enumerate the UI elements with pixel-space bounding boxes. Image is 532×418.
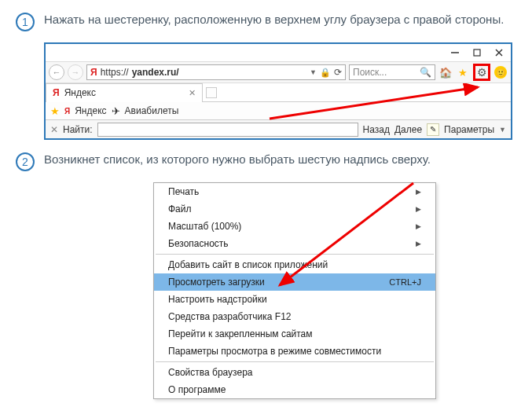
forward-button[interactable]: → [68,64,83,80]
smiley-icon[interactable]: 🙂 [493,65,508,79]
yandex-favicon-icon: Я [53,87,60,98]
refresh-icon[interactable]: ⟳ [334,67,342,78]
address-bar: ← → Я https://yandex.ru/ ▼ 🔒 ⟳ Поиск... … [46,61,511,83]
menu-about[interactable]: О программе [154,381,435,398]
search-icon[interactable]: 🔍 [420,67,431,78]
minimize-icon[interactable] [451,49,459,57]
yandex-bookmark-icon: Я [64,107,70,116]
find-params-button[interactable]: Параметры [444,124,494,135]
step-number-1: 1 [16,13,35,31]
menu-downloads[interactable]: Просмотреть загрузкиCTRL+J [154,273,435,291]
tab-title: Яндекс [64,87,96,98]
menu-pinned[interactable]: Перейти к закрепленным сайтам [154,325,435,343]
find-close-icon[interactable]: ✕ [50,124,58,135]
url-scheme: https:// [101,67,129,78]
window-titlebar [46,44,511,61]
menu-compat[interactable]: Параметры просмотра в режиме совместимос… [154,343,435,360]
chevron-right-icon: ▶ [416,240,421,248]
find-next-button[interactable]: Далее [394,124,422,135]
svg-rect-1 [474,50,480,56]
bookmarks-bar: ★ Я Яндекс ✈ Авиабилеты [46,102,511,119]
chevron-down-icon[interactable]: ▼ [310,68,317,76]
tab-bar: Я Яндекс ✕ [46,83,511,102]
url-host: yandex.ru/ [132,67,179,78]
find-back-button[interactable]: Назад [363,124,390,135]
settings-gear-highlight: ⚙ [473,64,490,81]
step-2: 2 Возникнет список, из которого нужно вы… [16,151,516,171]
favorites-icon[interactable]: ★ [456,65,470,79]
chevron-right-icon: ▶ [416,205,421,213]
bookmark-avia[interactable]: Авиабилеты [125,105,179,116]
tab-yandex[interactable]: Я Яндекс ✕ [46,83,203,102]
close-icon[interactable] [495,49,503,57]
search-placeholder: Поиск... [353,67,387,78]
find-input[interactable] [97,123,358,137]
browser-window: ← → Я https://yandex.ru/ ▼ 🔒 ⟳ Поиск... … [44,42,512,140]
chevron-right-icon: ▶ [416,188,421,196]
menu-zoom[interactable]: Масштаб (100%)▶ [154,218,435,235]
menu-downloads-shortcut: CTRL+J [389,277,421,287]
search-field[interactable]: Поиск... 🔍 [349,64,435,80]
chevron-right-icon: ▶ [416,222,421,230]
settings-menu: Печать▶ Файл▶ Масштаб (100%)▶ Безопаснос… [153,182,436,399]
step-2-text: Возникнет список, из которого нужно выбр… [44,151,431,171]
pencil-icon[interactable]: ✎ [427,123,439,136]
menu-print[interactable]: Печать▶ [154,183,435,200]
find-label: Найти: [63,124,93,135]
back-button[interactable]: ← [49,64,64,80]
tab-close-icon[interactable]: ✕ [189,88,196,98]
gear-icon[interactable]: ⚙ [477,66,487,79]
menu-add-site[interactable]: Добавить сайт в список приложений [154,256,435,273]
menu-file[interactable]: Файл▶ [154,200,435,218]
url-field[interactable]: Я https://yandex.ru/ ▼ 🔒 ⟳ [86,64,346,80]
home-icon[interactable]: 🏠 [438,65,453,79]
chevron-down-icon[interactable]: ▼ [499,126,506,134]
step-number-2: 2 [16,152,35,171]
star-icon[interactable]: ★ [50,105,60,117]
maximize-icon[interactable] [473,49,481,57]
yandex-icon: Я [90,67,97,78]
menu-safety[interactable]: Безопасность▶ [154,235,435,252]
step-1: 1 Нажать на шестеренку, расположенную в … [16,11,516,31]
new-tab-button[interactable] [206,87,217,98]
menu-f12[interactable]: Средства разработчика F12 [154,308,435,325]
find-bar: ✕ Найти: Назад Далее ✎ Параметры ▼ [46,119,511,138]
menu-props[interactable]: Свойства браузера [154,364,435,381]
menu-separator [156,254,434,255]
menu-addons[interactable]: Настроить надстройки [154,291,435,308]
bookmark-yandex[interactable]: Яндекс [75,105,106,116]
lock-icon: 🔒 [320,68,331,78]
plane-icon: ✈ [112,105,120,117]
menu-separator [156,361,434,362]
step-1-text: Нажать на шестеренку, расположенную в ве… [44,11,504,31]
